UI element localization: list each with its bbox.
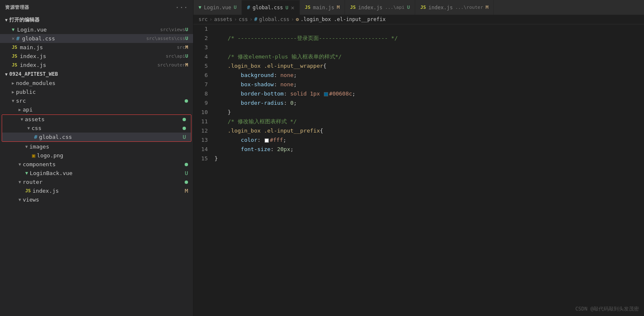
file-path: src\views [160,27,186,32]
folder-label: assets [25,116,45,122]
arrow-icon: ▼ [21,117,23,122]
badge-u: U [185,36,188,41]
vue-icon: ▼ [199,5,201,10]
watermark: CSDN @敲代码敲到头发茂密 [575,305,639,313]
crumb-filename[interactable]: global.css [259,16,289,22]
file-name: main.js [20,44,175,50]
tree-router[interactable]: ▼ router [0,178,193,186]
code-line: 11 /* 修改输入框图表样式 */ [193,117,644,126]
tab-modifier: M [337,5,340,10]
tab-login-vue[interactable]: ▼ Login.vue U [193,0,242,15]
crumb-src[interactable]: src [199,16,208,22]
tab-modifier: U [286,5,289,11]
tree-global-css[interactable]: # global.css U [2,133,191,141]
file-name: index.js [20,53,164,59]
tree-src[interactable]: ▼ src [0,96,193,105]
code-line: 3 [193,43,644,52]
hash-icon: # [34,134,37,140]
folder-label: views [23,197,39,203]
tree-images[interactable]: ▼ images [0,142,193,151]
tree-views[interactable]: ▼ views [0,195,193,204]
tab-path: ...\api [385,5,404,10]
tab-global-css[interactable]: # global.css U ✕ [242,0,300,15]
arrow-icon: ▶ [12,90,14,94]
tab-main-js[interactable]: JS main.js M [300,0,345,15]
crumb-symbol: .login_box .el-input__prefix [300,16,385,22]
open-file-main-js[interactable]: JS main.js src M [0,43,193,52]
open-file-global-css[interactable]: ✕ # global.css src\assets\css U [0,34,193,43]
project-root-section[interactable]: ▼ 0924_APITEST_WEB [0,69,193,79]
tree-node-modules[interactable]: ▶ node_modules [0,79,193,88]
line-content: border-radius: 0; [215,98,644,108]
line-content: .login_box .el-input__wrapper{ [215,61,644,71]
code-line: 9 border-radius: 0; [193,98,644,108]
folder-label: router [23,179,42,185]
crumb-assets[interactable]: assets [214,16,232,22]
tab-label: index.js [358,5,383,11]
tree-css[interactable]: ▼ css [2,124,191,133]
line-number: 1 [193,24,215,34]
line-number: 11 [193,117,215,126]
code-line: 13 color: #fff; [193,135,644,145]
line-number: 3 [193,43,215,52]
folder-label: components [23,161,56,167]
crumb-hash-icon: # [254,16,257,22]
badge-u: U [185,53,188,59]
arrow-icon: ▼ [27,126,30,130]
folder-label: public [16,89,36,95]
tab-label: Login.vue [204,5,231,11]
folder-label: images [29,143,49,150]
open-editors-section[interactable]: ▼ 打开的编辑器 [0,15,193,25]
tree-components[interactable]: ▼ components [0,160,193,169]
open-file-index-js-router[interactable]: JS index.js src\router M [0,61,193,69]
tab-modifier: M [486,5,489,10]
file-label: index.js [32,188,59,194]
crumb-sep: › [234,16,237,22]
crumb-symbol-icon: ⚙ [296,16,299,22]
tabs-bar: ▼ Login.vue U # global.css U ✕ JS main.j… [193,0,644,15]
dot-indicator [185,99,188,103]
tree-router-index-js[interactable]: JS index.js M [0,186,193,195]
tree-logo-png[interactable]: ▣ logo.png [0,151,193,160]
line-number: 7 [193,80,215,89]
crumb-css[interactable]: css [239,16,248,22]
line-number: 10 [193,108,215,117]
tab-label: main.js [313,5,334,11]
badge-m: M [185,188,188,194]
code-line: 7 box-shadow: none; [193,80,644,89]
line-content: /* 修改element-plus 输入框表单的样式*/ [215,52,644,61]
line-number: 13 [193,135,215,145]
sidebar-title: 资源管理器 [5,4,29,11]
sidebar-menu-icon[interactable]: ··· [175,3,188,11]
open-file-login-vue[interactable]: ▼ Login.vue src\views U [0,25,193,34]
dot-indicator [183,127,186,130]
tab-index-js-router[interactable]: JS index.js ...\router M [415,0,494,15]
file-label: LoginBack.vue [30,170,73,176]
tree-loginback-vue[interactable]: ▼ LoginBack.vue U [0,169,193,178]
project-arrow: ▼ [5,72,8,77]
file-name: Login.vue [17,27,159,33]
code-line: 1 [193,24,644,34]
badge-u: U [185,27,188,32]
close-icon[interactable]: ✕ [12,36,15,41]
breadcrumb: src › assets › css › # global.css › ⚙ .l… [193,15,644,24]
line-content: } [215,108,644,117]
badge-u: U [183,134,186,140]
code-editor[interactable]: 1 2 /* ------------------登录页面-----------… [193,24,644,316]
tab-label: global.css [253,5,283,11]
folder-label: api [23,106,32,113]
tree-public[interactable]: ▶ public [0,88,193,96]
tree-assets[interactable]: ▼ assets [2,115,191,124]
open-file-index-js-api[interactable]: JS index.js src\api U [0,52,193,61]
js-icon: JS [25,188,31,194]
js-icon: JS [12,62,17,68]
sidebar: 资源管理器 ··· ▼ 打开的编辑器 ▼ Login.vue src\views… [0,0,193,316]
line-content: color: #fff; [215,135,644,145]
line-number: 12 [193,126,215,135]
tree-api[interactable]: ▶ api [0,105,193,114]
editor-main: ▼ Login.vue U # global.css U ✕ JS main.j… [193,0,644,316]
file-path: src\assets\css [146,36,186,41]
tab-index-js-api[interactable]: JS index.js ...\api U [345,0,415,15]
highlight-region: ▼ assets ▼ css # global.css U [2,114,191,142]
tab-close-icon[interactable]: ✕ [291,4,294,11]
